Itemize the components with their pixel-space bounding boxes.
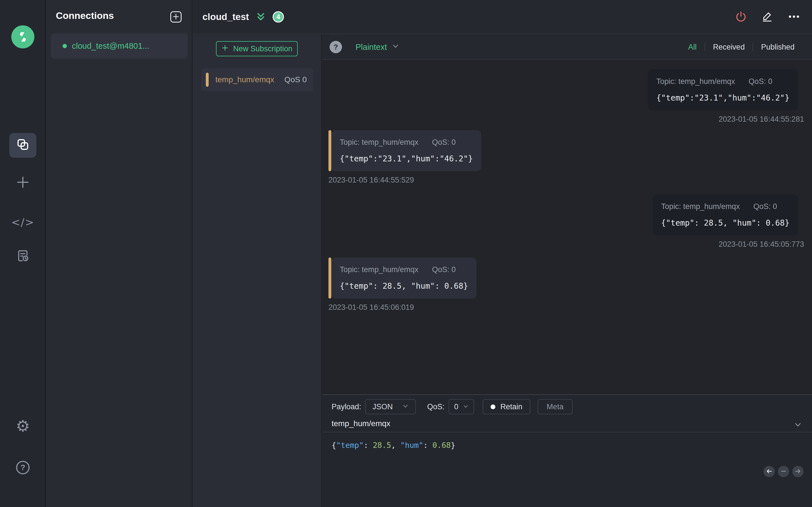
message-qos: QoS: 0: [753, 202, 777, 211]
script-icon: </>: [11, 216, 35, 228]
message-published: Topic: temp_hum/emqx QoS: 0 {"temp": 28.…: [653, 194, 798, 249]
message-timestamp: 2023-01-05 16:44:55:529: [328, 176, 481, 184]
history-prev-button[interactable]: [763, 466, 775, 477]
message-published: Topic: temp_hum/emqx QoS: 0 {"temp":"23.…: [648, 69, 798, 124]
meta-button[interactable]: Meta: [538, 399, 573, 414]
left-icon-rail: </> ⚙ ?: [0, 0, 46, 507]
message-received: Topic: temp_hum/emqx QoS: 0 {"temp": 28.…: [328, 258, 476, 312]
message-bubble: Topic: temp_hum/emqx QoS: 0 {"temp":"23.…: [331, 130, 481, 171]
message-topic: Topic: temp_hum/emqx: [661, 202, 740, 211]
collapse-double-chevron-icon[interactable]: [255, 11, 266, 22]
message-received: Topic: temp_hum/emqx QoS: 0 {"temp":"23.…: [328, 130, 481, 184]
message-meta: Topic: temp_hum/emqx QoS: 0: [661, 202, 790, 211]
sidebar-item-new-connection[interactable]: [0, 176, 46, 190]
payload-format-help-icon[interactable]: ?: [329, 41, 342, 53]
power-icon: [735, 10, 747, 24]
connections-panel: Connections cloud_test@m4801...: [46, 0, 192, 507]
messages-pane: ? Plaintext All Received Published: [322, 35, 812, 507]
sidebar-item-settings[interactable]: ⚙: [0, 418, 46, 434]
message-meta: Topic: temp_hum/emqx QoS: 0: [656, 77, 790, 86]
message-filter-tabs: All Received Published: [680, 43, 802, 52]
message-qos: QoS: 0: [749, 77, 772, 86]
subscription-qos: QoS 0: [285, 75, 307, 84]
messages-header: ? Plaintext All Received Published: [322, 35, 812, 60]
topic-input[interactable]: temp_hum/emqx: [322, 417, 812, 432]
message-topic: Topic: temp_hum/emqx: [340, 265, 418, 274]
payload-format-dropdown[interactable]: JSON: [365, 399, 416, 414]
message-qos: QoS: 0: [432, 265, 456, 274]
qos-dropdown[interactable]: 0: [449, 399, 474, 414]
message-qos: QoS: 0: [432, 138, 456, 147]
connection-title: cloud_test: [202, 11, 249, 22]
history-next-button[interactable]: [792, 466, 804, 477]
ellipsis-icon: [787, 10, 801, 24]
tab-all[interactable]: All: [680, 43, 705, 52]
plus-icon: [16, 175, 30, 191]
message-bubble-wrap: Topic: temp_hum/emqx QoS: 0 {"temp":"23.…: [328, 130, 481, 171]
sidebar-item-script[interactable]: </>: [0, 215, 46, 230]
chevron-down-icon: [392, 43, 399, 52]
message-bubble: Topic: temp_hum/emqx QoS: 0 {"temp": 28.…: [653, 194, 798, 235]
payload-editor[interactable]: {"temp": 28.5, "hum": 0.68}: [322, 433, 812, 507]
message-topic: Topic: temp_hum/emqx: [340, 138, 418, 147]
payload-label: Payload:: [332, 402, 361, 411]
edit-pencil-icon: [761, 11, 773, 23]
message-timestamp: 2023-01-05 16:45:06:019: [328, 303, 476, 312]
message-timestamp: 2023-01-05 16:45:05:773: [719, 240, 804, 249]
retain-label: Retain: [500, 402, 522, 411]
mqttx-logo: [11, 25, 35, 48]
sidebar-item-connections[interactable]: [9, 133, 36, 158]
message-meta: Topic: temp_hum/emqx QoS: 0: [340, 265, 468, 274]
subscription-color-bar: [328, 258, 331, 298]
publish-toolbar: Payload: JSON QoS: 0: [332, 399, 573, 414]
subscription-color-bar: [328, 130, 331, 171]
plus-square-icon: [172, 13, 180, 21]
payload-format-selected: JSON: [372, 402, 393, 411]
message-bubble: Topic: temp_hum/emqx QoS: 0 {"temp": 28.…: [331, 258, 476, 298]
mqttx-app-window: </> ⚙ ? Connections: [0, 0, 812, 507]
sidebar-item-log[interactable]: [0, 249, 46, 264]
message-payload: {"temp": 28.5, "hum": 0.68}: [661, 218, 790, 228]
settings-icon: ⚙: [16, 418, 30, 434]
connections-icon: [16, 138, 30, 153]
minus-icon: [780, 468, 787, 475]
tab-published[interactable]: Published: [753, 43, 802, 52]
payload-format-select[interactable]: Plaintext: [356, 43, 399, 52]
subscription-color-bar: [206, 73, 209, 87]
message-bubble: Topic: temp_hum/emqx QoS: 0 {"temp":"23.…: [648, 69, 798, 110]
meta-label: Meta: [547, 402, 564, 411]
topbar-actions: [735, 10, 801, 24]
tab-received[interactable]: Received: [705, 43, 753, 52]
chevron-down-icon: [402, 402, 409, 411]
help-icon: ?: [16, 461, 30, 474]
connection-list-item[interactable]: cloud_test@m4801...: [51, 33, 188, 59]
topic-value: temp_hum/emqx: [332, 419, 391, 428]
payload-format-value: Plaintext: [356, 43, 387, 52]
message-payload: {"temp":"23.1","hum":"46.2"}: [340, 154, 473, 163]
message-payload: {"temp":"23.1","hum":"46.2"}: [656, 93, 790, 103]
retain-toggle[interactable]: Retain: [483, 399, 530, 414]
connection-name: cloud_test@m4801...: [72, 41, 149, 51]
message-list[interactable]: Topic: temp_hum/emqx QoS: 0 {"temp":"23.…: [322, 60, 812, 394]
message-payload: {"temp": 28.5, "hum": 0.68}: [340, 281, 468, 291]
log-icon: [16, 249, 30, 265]
chevron-down-icon[interactable]: [794, 421, 802, 431]
add-connection-button[interactable]: [170, 11, 182, 22]
message-bubble-wrap: Topic: temp_hum/emqx QoS: 0 {"temp": 28.…: [328, 258, 476, 298]
connection-topbar: cloud_test 4: [193, 0, 812, 34]
arrow-right-icon: [795, 468, 801, 475]
message-meta: Topic: temp_hum/emqx QoS: 0: [340, 138, 473, 147]
subscription-item[interactable]: temp_hum/emqx QoS 0: [201, 68, 313, 91]
new-subscription-button[interactable]: New Subscription: [216, 41, 298, 56]
subscription-topic: temp_hum/emqx: [215, 75, 274, 84]
more-options-button[interactable]: [787, 10, 801, 24]
qos-selected: 0: [454, 402, 458, 411]
clear-payload-button[interactable]: [778, 466, 789, 477]
payload-code: {"temp": 28.5, "hum": 0.68}: [332, 441, 455, 450]
disconnect-button[interactable]: [735, 10, 747, 24]
sidebar-item-help[interactable]: ?: [0, 460, 46, 475]
edit-connection-button[interactable]: [761, 11, 773, 23]
message-timestamp: 2023-01-05 16:44:55:281: [719, 115, 804, 124]
chevron-down-icon: [463, 402, 469, 411]
connection-status-dot: [63, 44, 67, 48]
